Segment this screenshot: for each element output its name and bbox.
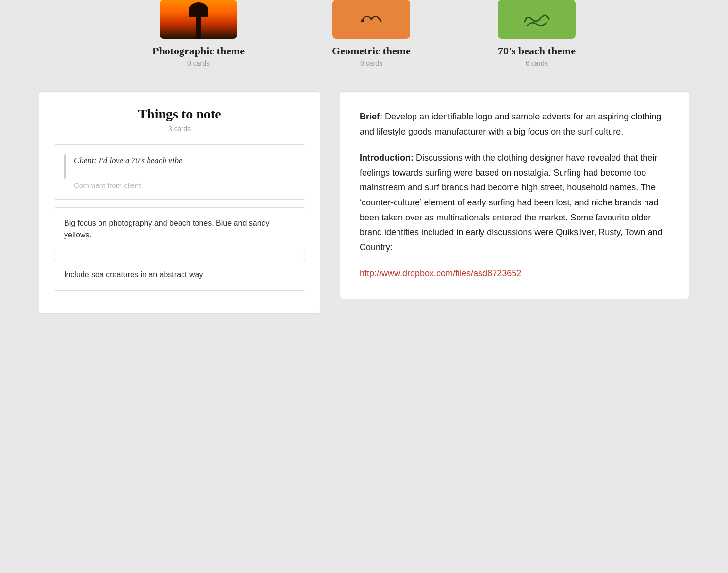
quote-text: Client: I'd love a 70's beach vibe bbox=[74, 154, 182, 167]
intro-paragraph: Introduction: Discussions with the cloth… bbox=[360, 151, 669, 254]
brief-label: Brief: bbox=[360, 112, 382, 121]
theme-count-photographic: 0 cards bbox=[187, 59, 210, 67]
intro-label: Introduction: bbox=[360, 153, 414, 163]
svg-point-0 bbox=[361, 19, 364, 22]
note-card-photography[interactable]: Big focus on photography and beach tones… bbox=[54, 207, 305, 251]
theme-name-photographic: Photographic theme bbox=[152, 45, 245, 57]
notes-title: Things to note bbox=[54, 106, 305, 122]
brief-panel: Brief: Develop an identifiable logo and … bbox=[340, 91, 689, 299]
quote-bar bbox=[64, 154, 66, 179]
brief-paragraph: Brief: Develop an identifiable logo and … bbox=[360, 109, 669, 139]
brief-link-container: http://www.dropbox.com/files/asd8723652 bbox=[360, 266, 669, 281]
note-card-quote[interactable]: Client: I'd love a 70's beach vibe Comme… bbox=[54, 144, 305, 200]
theme-card-geometric[interactable]: Geometric theme 0 cards bbox=[332, 0, 411, 67]
notes-count: 3 cards bbox=[54, 125, 305, 133]
themes-row: Photographic theme 0 cards Geometric the… bbox=[0, 0, 728, 82]
theme-name-geometric: Geometric theme bbox=[332, 45, 411, 57]
notes-panel: Things to note 3 cards Client: I'd love … bbox=[39, 91, 320, 314]
comment-placeholder: Comment from client bbox=[74, 181, 182, 189]
theme-thumbnail-photographic bbox=[160, 0, 237, 39]
theme-thumbnail-beach bbox=[498, 0, 576, 39]
note-card-sea-creatures[interactable]: Include sea creatures in an abstract way bbox=[54, 259, 305, 291]
brief-text: Develop an identifiable logo and sample … bbox=[360, 112, 661, 136]
intro-text: Discussions with the clothing designer h… bbox=[360, 153, 662, 252]
brief-link[interactable]: http://www.dropbox.com/files/asd8723652 bbox=[360, 269, 521, 278]
theme-count-geometric: 0 cards bbox=[360, 59, 382, 67]
note-text-photography: Big focus on photography and beach tones… bbox=[64, 218, 295, 241]
theme-thumbnail-geometric bbox=[332, 0, 410, 39]
theme-card-beach[interactable]: 70's beach theme 6 cards bbox=[498, 0, 576, 67]
theme-card-photographic[interactable]: Photographic theme 0 cards bbox=[152, 0, 245, 67]
theme-name-beach: 70's beach theme bbox=[498, 45, 576, 57]
theme-count-beach: 6 cards bbox=[526, 59, 548, 67]
note-text-sea-creatures: Include sea creatures in an abstract way bbox=[64, 269, 295, 281]
main-content: Things to note 3 cards Client: I'd love … bbox=[0, 82, 728, 323]
note-divider bbox=[74, 175, 182, 175]
